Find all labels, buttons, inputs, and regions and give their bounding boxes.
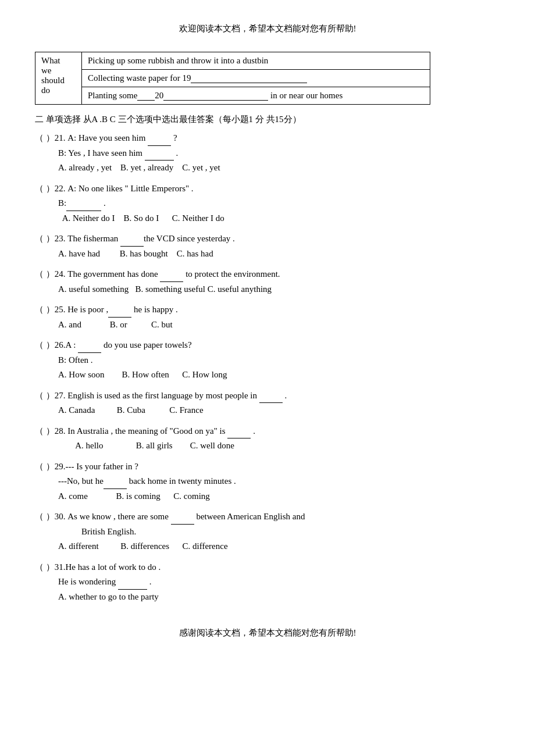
q24-line1: （ ）24. The government has done to protec… [35, 267, 500, 282]
q31-line1: （ ）31.He has a lot of work to do . [35, 560, 500, 575]
q29-line1: （ ）29.--- Is your father in ? [35, 459, 500, 475]
table-row-1: Whatweshoulddo Picking up some rubbish a… [35, 52, 430, 70]
question-28: （ ）28. In Australia , the meaning of "Go… [35, 424, 500, 454]
question-21: （ ）21. A: Have you seen him ? B: Yes , I… [35, 131, 500, 176]
footer-text: 感谢阅读本文档，希望本文档能对您有所帮助! [179, 628, 356, 637]
table-cell-1: Picking up some rubbish and throw it int… [81, 52, 430, 70]
q31-options: A. whether to go to the party [58, 590, 500, 605]
table-cell-3: Planting some20 in or near our homes [81, 87, 430, 105]
q30-line1: （ ）30. As we know , there are some betwe… [35, 509, 500, 525]
questions-list: （ ）21. A: Have you seen him ? B: Yes , I… [35, 131, 500, 604]
question-25: （ ）25. He is poor , he is happy . A. and… [35, 302, 500, 332]
table-row-3: Planting some20 in or near our homes [35, 87, 430, 105]
q28-options: A. hello B. all girls C. well done [58, 438, 500, 454]
q22-line1: （ ）22. A: No one likes " Little Emperors… [35, 181, 500, 197]
q21-options: A. already , yet B. yet , already C. yet… [58, 161, 500, 176]
welcome-header: 欢迎阅读本文档，希望本文档能对您有所帮助! [35, 23, 500, 34]
q26-options: A. How soon B. How often C. How long [58, 368, 500, 383]
q24-options: A. useful something B. something useful … [58, 282, 500, 297]
footer: 感谢阅读本文档，希望本文档能对您有所帮助! [35, 627, 500, 639]
q26-line1: （ ）26.A : do you use paper towels? [35, 338, 500, 353]
q28-line1: （ ）28. In Australia , the meaning of "Go… [35, 424, 500, 439]
q23-options: A. have had B. has bought C. has had [58, 247, 500, 262]
q22-options: A. Neither do I B. So do I C. Neither I … [58, 211, 500, 226]
q21-line2: B: Yes , I have seen him . [58, 146, 500, 161]
q31-line2: He is wondering . [58, 575, 500, 590]
q21-line1: （ ）21. A: Have you seen him ? [35, 131, 500, 146]
q25-options: A. and B. or C. but [58, 318, 500, 333]
question-27: （ ）27. English is used as the first lang… [35, 388, 500, 418]
q29-options: A. come B. is coming C. coming [58, 489, 500, 504]
q30-line2: British English. [81, 525, 500, 540]
question-31: （ ）31.He has a lot of work to do . He is… [35, 560, 500, 605]
content-table: Whatweshoulddo Picking up some rubbish a… [35, 52, 430, 105]
q27-options: A. Canada B. Cuba C. France [58, 403, 500, 418]
section2-title: 二 单项选择 从A .B C 三个选项中选出最佳答案（每小题1 分 共15分） [35, 114, 500, 125]
table-section: Whatweshoulddo Picking up some rubbish a… [35, 52, 500, 105]
question-29: （ ）29.--- Is your father in ? ---No, but… [35, 459, 500, 504]
question-26: （ ）26.A : do you use paper towels? B: Of… [35, 338, 500, 383]
welcome-text: 欢迎阅读本文档，希望本文档能对您有所帮助! [179, 24, 356, 33]
q22-line2: B: . [58, 196, 500, 211]
table-cell-2: Collecting waste paper for 19 [81, 70, 430, 87]
q29-line2: ---No, but he back home in twenty minute… [58, 474, 500, 489]
question-24: （ ）24. The government has done to protec… [35, 267, 500, 297]
q25-line1: （ ）25. He is poor , he is happy . [35, 302, 500, 318]
q26-line2: B: Often . [58, 353, 500, 368]
question-30: （ ）30. As we know , there are some betwe… [35, 509, 500, 554]
q30-options: A. different B. differences C. differenc… [58, 539, 500, 554]
q23-line1: （ ）23. The fisherman the VCD since yeste… [35, 231, 500, 247]
question-23: （ ）23. The fisherman the VCD since yeste… [35, 231, 500, 261]
q27-line1: （ ）27. English is used as the first lang… [35, 388, 500, 404]
left-column: Whatweshoulddo [35, 52, 82, 105]
table-row-2: Collecting waste paper for 19 [35, 70, 430, 87]
question-22: （ ）22. A: No one likes " Little Emperors… [35, 181, 500, 226]
